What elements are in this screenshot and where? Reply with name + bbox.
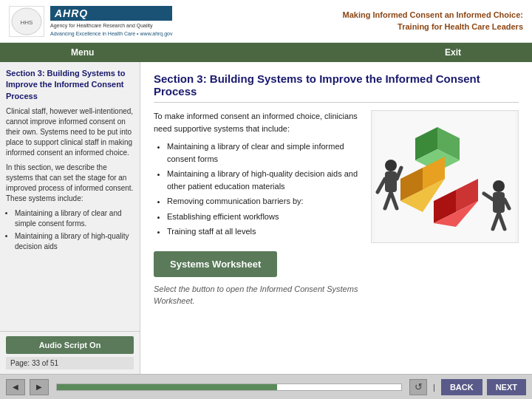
main-panel: Section 3: Building Systems to Improve t… <box>140 62 532 374</box>
svg-text:HHS: HHS <box>21 19 33 26</box>
content-text: To make informed consent an informed cho… <box>154 110 359 307</box>
systems-worksheet-button[interactable]: Systems Worksheet <box>154 251 277 277</box>
svg-point-12 <box>385 160 397 171</box>
list-item: Maintaining a library of clear and simpl… <box>15 208 134 229</box>
list-item: Maintaining a library of high-quality de… <box>167 168 359 192</box>
intro-text: To make informed consent an informed cho… <box>154 110 359 134</box>
logo-area: HHS AHRQ Agency for Healthcare Research … <box>9 6 172 37</box>
header: HHS AHRQ Agency for Healthcare Research … <box>0 0 532 43</box>
sidebar-para2: In this section, we describe the systems… <box>6 163 134 204</box>
app-frame: HHS AHRQ Agency for Healthcare Research … <box>0 0 532 399</box>
ahrq-logo: AHRQ Agency for Healthcare Research and … <box>50 6 172 35</box>
list-item: Maintaining a library of clear and simpl… <box>167 140 359 165</box>
list-item: Training staff at all levels <box>167 225 359 238</box>
page-label: Page: <box>10 359 30 367</box>
illustration <box>371 110 519 243</box>
main-list: Maintaining a library of clear and simpl… <box>154 140 359 238</box>
sidebar-scroll-area[interactable]: Section 3: Building Systems to Improve t… <box>0 62 140 331</box>
svg-point-18 <box>493 180 505 192</box>
main-content: Section 3: Building Systems to Improve t… <box>0 62 532 374</box>
exit-button[interactable]: Exit <box>433 44 473 61</box>
play-button[interactable]: ▶ <box>30 379 49 395</box>
refresh-icon: ↺ <box>415 381 423 392</box>
progress-bar <box>56 383 402 391</box>
header-title: Making Informed Consent an Informed Choi… <box>343 10 523 33</box>
sidebar-para1: Clinical staff, however well-intentioned… <box>6 106 134 158</box>
sidebar-bottom: Audio Script On Page: 33 of 51 <box>0 331 140 374</box>
refresh-button[interactable]: ↺ <box>409 379 427 395</box>
list-item: Removing communication barriers by: <box>167 195 359 208</box>
section-heading: Section 3: Building Systems to Improve t… <box>154 72 519 103</box>
prev-button[interactable]: ◀ <box>6 379 25 395</box>
svg-rect-19 <box>493 192 505 213</box>
worksheet-caption: Select the button to open the Informed C… <box>154 283 359 307</box>
play-icon: ▶ <box>36 383 42 391</box>
ahrq-badge: AHRQ <box>50 6 172 21</box>
ahrq-fullname: Agency for Healthcare Research and Quali… <box>50 22 172 29</box>
list-item: Establishing efficient workflows <box>167 211 359 223</box>
page-indicator: Page: 33 of 51 <box>6 357 134 369</box>
back-button[interactable]: BACK <box>441 379 482 395</box>
sidebar-list: Maintaining a library of clear and simpl… <box>6 208 134 252</box>
bottom-controls: ◀ ▶ ↺ | BACK NEXT <box>0 374 532 399</box>
prev-icon: ◀ <box>13 383 18 391</box>
progress-fill <box>57 384 277 390</box>
content-area: To make informed consent an informed cho… <box>154 110 519 307</box>
page-number: 33 of 51 <box>32 359 58 367</box>
list-item: Maintaining a library of high-quality de… <box>15 231 134 252</box>
nav-bar: Menu Exit <box>0 43 532 62</box>
menu-button[interactable]: Menu <box>59 44 106 61</box>
hhs-logo: HHS <box>9 6 44 37</box>
sidebar-title: Section 3: Building Systems to Improve t… <box>6 68 134 102</box>
sidebar: Section 3: Building Systems to Improve t… <box>0 62 140 374</box>
audio-script-button[interactable]: Audio Script On <box>6 336 134 354</box>
ahrq-tagline: Advancing Excellence in Health Care • ww… <box>50 31 172 36</box>
svg-rect-13 <box>385 171 397 192</box>
next-button[interactable]: NEXT <box>487 379 526 395</box>
